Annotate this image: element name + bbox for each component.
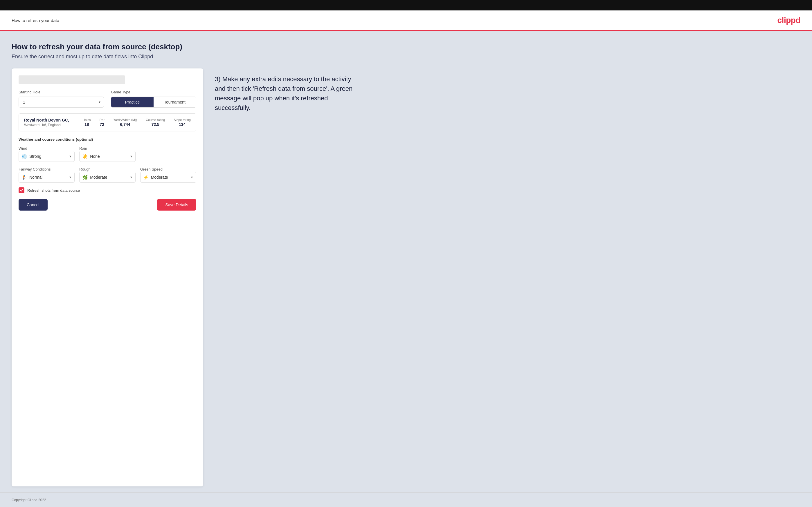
instruction-text: 3) Make any extra edits necessary to the… xyxy=(215,74,354,113)
par-label: Par xyxy=(100,118,104,121)
course-location: Westward Ho!, England xyxy=(24,123,69,127)
fairway-rough-green-row: Fairway Conditions 🏌️ Normal Soft Hard ▾… xyxy=(18,167,196,183)
course-details: Royal North Devon GC, Westward Ho!, Engl… xyxy=(24,118,69,127)
fairway-group: Fairway Conditions 🏌️ Normal Soft Hard ▾ xyxy=(18,167,74,183)
course-info-box: Royal North Devon GC, Westward Ho!, Engl… xyxy=(18,113,196,131)
green-speed-select-wrapper: ⚡ Moderate Slow Fast ▾ xyxy=(140,172,196,183)
refresh-checkbox[interactable] xyxy=(18,187,24,193)
course-stats: Holes 18 Par 72 Yards/White (M)) 6,744 C… xyxy=(83,118,191,127)
fairway-label: Fairway Conditions xyxy=(18,167,51,171)
yards-label: Yards/White (M)) xyxy=(113,118,137,121)
slope-rating-label: Slope rating xyxy=(173,118,191,121)
form-actions: Cancel Save Details xyxy=(18,199,196,211)
instruction-panel: 3) Make any extra edits necessary to the… xyxy=(215,68,800,487)
slope-rating-stat: Slope rating 134 xyxy=(173,118,191,127)
rain-select-wrapper: ☀️ None Light Heavy ▾ xyxy=(79,151,135,162)
rough-group: Rough 🌿 Moderate Light Heavy ▾ xyxy=(79,167,135,183)
green-speed-group: Green Speed ⚡ Moderate Slow Fast ▾ xyxy=(140,167,196,183)
starting-hole-select-wrapper: 1 10 ▾ xyxy=(18,97,104,108)
rough-select-wrapper: 🌿 Moderate Light Heavy ▾ xyxy=(79,172,135,183)
game-type-group: Game Type Practice Tournament xyxy=(111,90,196,108)
logo: clippd xyxy=(777,16,800,25)
refresh-checkbox-row: Refresh shots from data source xyxy=(18,187,196,193)
rain-select[interactable]: None Light Heavy xyxy=(79,151,135,162)
holes-label: Holes xyxy=(83,118,91,121)
header-title: How to refresh your data xyxy=(12,18,59,23)
wind-select[interactable]: Strong None Light Moderate xyxy=(18,151,74,162)
course-rating-label: Course rating xyxy=(146,118,165,121)
tournament-button[interactable]: Tournament xyxy=(154,97,196,107)
rough-label: Rough xyxy=(79,167,90,171)
fairway-select[interactable]: Normal Soft Hard xyxy=(18,172,74,183)
rough-select[interactable]: Moderate Light Heavy xyxy=(79,172,135,183)
footer-copyright: Copyright Clippd 2022 xyxy=(12,498,46,502)
game-type-label: Game Type xyxy=(111,90,196,94)
course-name: Royal North Devon GC, xyxy=(24,118,69,122)
yards-value: 6,744 xyxy=(120,122,130,127)
par-value: 72 xyxy=(100,122,104,127)
page-heading: How to refresh your data from source (de… xyxy=(12,42,800,51)
cancel-button[interactable]: Cancel xyxy=(18,199,48,211)
form-top-hint xyxy=(18,75,125,84)
starting-hole-label: Starting Hole xyxy=(18,90,104,94)
green-speed-label: Green Speed xyxy=(140,167,163,171)
par-stat: Par 72 xyxy=(100,118,104,127)
course-rating-value: 72.5 xyxy=(152,122,159,127)
yards-stat: Yards/White (M)) 6,744 xyxy=(113,118,137,127)
holes-stat: Holes 18 xyxy=(83,118,91,127)
practice-button[interactable]: Practice xyxy=(111,97,154,107)
game-type-toggle: Practice Tournament xyxy=(111,97,196,108)
wind-label: Wind xyxy=(18,146,27,151)
starting-hole-group: Starting Hole 1 10 ▾ xyxy=(18,90,104,108)
wind-rain-row: Wind 💨 Strong None Light Moderate ▾ Rain xyxy=(18,146,196,162)
wind-group: Wind 💨 Strong None Light Moderate ▾ xyxy=(18,146,74,162)
slope-rating-value: 134 xyxy=(179,122,186,127)
fairway-select-wrapper: 🏌️ Normal Soft Hard ▾ xyxy=(18,172,74,183)
rain-label: Rain xyxy=(79,146,87,151)
header: How to refresh your data clippd xyxy=(0,10,812,31)
form-row-top: Starting Hole 1 10 ▾ Game Type Practice … xyxy=(18,90,196,108)
green-speed-select[interactable]: Moderate Slow Fast xyxy=(140,172,196,183)
main-content: How to refresh your data from source (de… xyxy=(0,31,812,492)
rain-group: Rain ☀️ None Light Heavy ▾ xyxy=(79,146,135,162)
conditions-section-title: Weather and course conditions (optional) xyxy=(18,137,196,142)
starting-hole-select[interactable]: 1 10 xyxy=(18,97,104,108)
course-rating-stat: Course rating 72.5 xyxy=(146,118,165,127)
footer: Copyright Clippd 2022 xyxy=(0,492,812,507)
wind-select-wrapper: 💨 Strong None Light Moderate ▾ xyxy=(18,151,74,162)
page-subheading: Ensure the correct and most up to date d… xyxy=(12,54,800,60)
holes-value: 18 xyxy=(85,122,89,127)
content-area: Starting Hole 1 10 ▾ Game Type Practice … xyxy=(12,68,800,487)
save-button[interactable]: Save Details xyxy=(157,199,196,211)
form-panel: Starting Hole 1 10 ▾ Game Type Practice … xyxy=(12,68,203,487)
refresh-checkbox-label: Refresh shots from data source xyxy=(27,188,80,192)
top-bar xyxy=(0,0,812,10)
